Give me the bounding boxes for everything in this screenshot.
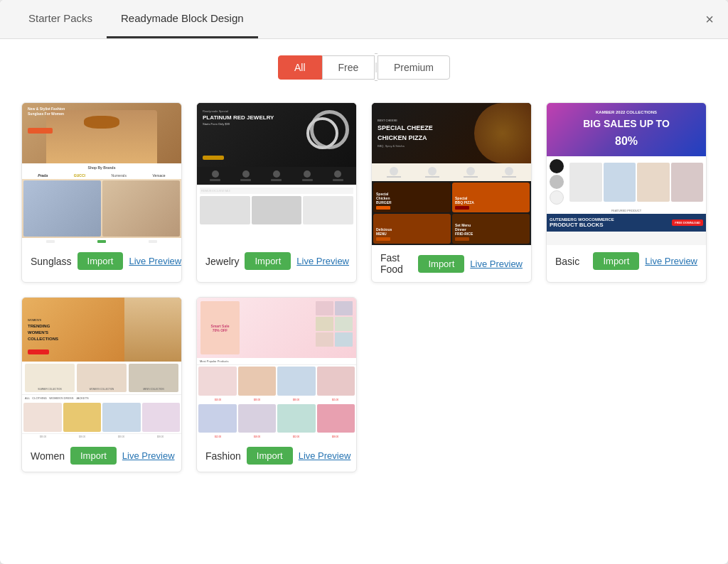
- tab-starter-packs[interactable]: Starter Packs: [14, 0, 107, 38]
- sunglass-preview-link[interactable]: Live Preview: [129, 256, 181, 266]
- card-sunglass-footer: Sunglass Import Live Preview: [22, 245, 181, 277]
- card-jewelry: Readymade SpecialPLATINUM RED JEWELRYSta…: [196, 102, 357, 283]
- card-sunglass: New & Stylist FashionSunglass For Women …: [21, 102, 182, 283]
- jewelry-import-button[interactable]: Import: [245, 252, 291, 270]
- cards-grid: New & Stylist FashionSunglass For Women …: [21, 102, 707, 472]
- card-fastfood-footer: Fast Food Import Live Preview: [372, 245, 531, 282]
- filter-bar: All Free | Premium: [0, 39, 728, 95]
- fashion-preview-link[interactable]: Live Preview: [299, 450, 351, 461]
- basic-label: Basic: [555, 256, 587, 267]
- card-fastfood: BEST CHEESESpecial CheezeChicken PIZZABB…: [371, 102, 532, 283]
- card-women: WOMEN'STRENDINGWOMEN'SCOLLECTIONS SUMMER…: [21, 297, 182, 472]
- tab-bar: Starter Packs Readymade Block Design: [14, 0, 258, 38]
- filter-free-button[interactable]: Free: [322, 55, 375, 80]
- women-import-button[interactable]: Import: [70, 447, 117, 465]
- filter-premium-button[interactable]: Premium: [378, 55, 450, 80]
- tab-readymade-block[interactable]: Readymade Block Design: [107, 0, 258, 38]
- sunglass-import-button[interactable]: Import: [77, 252, 124, 270]
- filter-all-button[interactable]: All: [278, 55, 322, 80]
- preview-basic: KAMBER 2022 COLLECTIONSBIG SALES UP TO80…: [547, 103, 706, 245]
- close-button[interactable]: ×: [705, 12, 714, 26]
- card-basic: KAMBER 2022 COLLECTIONSBIG SALES UP TO80…: [546, 102, 707, 283]
- card-fashion: Smart Sale70% OFF Most Popular Products: [196, 297, 357, 472]
- modal-container: Starter Packs Readymade Block Design × A…: [0, 0, 728, 564]
- content-area: New & Stylist FashionSunglass For Women …: [0, 95, 728, 564]
- card-women-footer: Women Import Live Preview: [22, 440, 181, 472]
- preview-fastfood: BEST CHEESESpecial CheezeChicken PIZZABB…: [372, 103, 531, 245]
- basic-import-button[interactable]: Import: [593, 252, 639, 270]
- preview-sunglass: New & Stylist FashionSunglass For Women …: [22, 103, 181, 245]
- fashion-import-button[interactable]: Import: [247, 447, 293, 465]
- preview-fashion: Smart Sale70% OFF Most Popular Products: [197, 298, 356, 440]
- preview-jewelry: Readymade SpecialPLATINUM RED JEWELRYSta…: [197, 103, 356, 245]
- fastfood-preview-link[interactable]: Live Preview: [470, 259, 523, 269]
- card-jewelry-footer: Jewelry Import Live Preview: [197, 245, 356, 277]
- jewelry-label: Jewelry: [205, 256, 239, 267]
- women-label: Women: [31, 450, 65, 462]
- sunglass-label: Sunglass: [31, 256, 72, 267]
- modal-header: Starter Packs Readymade Block Design ×: [0, 0, 728, 39]
- women-preview-link[interactable]: Live Preview: [122, 450, 175, 461]
- basic-preview-link[interactable]: Live Preview: [645, 256, 697, 266]
- card-basic-footer: Basic Import Live Preview: [547, 245, 706, 277]
- jewelry-preview-link[interactable]: Live Preview: [296, 256, 349, 266]
- fashion-label: Fashion: [205, 450, 241, 462]
- card-fashion-footer: Fashion Import Live Preview: [197, 440, 356, 472]
- fastfood-import-button[interactable]: Import: [418, 255, 464, 273]
- preview-women: WOMEN'STRENDINGWOMEN'SCOLLECTIONS SUMMER…: [22, 298, 181, 440]
- fastfood-label: Fast Food: [380, 252, 412, 275]
